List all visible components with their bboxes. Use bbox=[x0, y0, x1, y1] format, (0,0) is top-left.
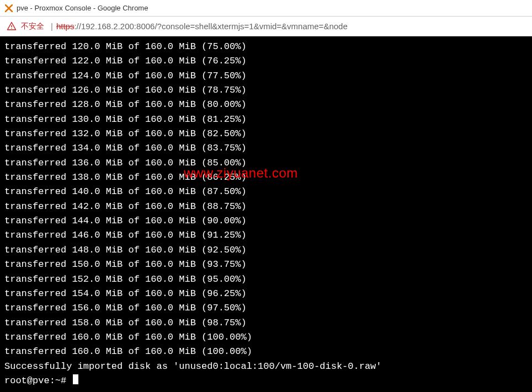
terminal-line: transferred 138.0 MiB of 160.0 MiB (86.2… bbox=[4, 170, 528, 185]
terminal-line: transferred 122.0 MiB of 160.0 MiB (76.2… bbox=[4, 54, 528, 68]
terminal-cursor bbox=[73, 374, 78, 384]
window-title-bar: pve - Proxmox Console - Google Chrome bbox=[0, 0, 532, 17]
terminal-line: transferred 160.0 MiB of 160.0 MiB (100.… bbox=[4, 345, 528, 359]
app-x-icon bbox=[4, 4, 13, 13]
terminal-line: transferred 140.0 MiB of 160.0 MiB (87.5… bbox=[4, 185, 528, 199]
terminal-line: transferred 156.0 MiB of 160.0 MiB (97.5… bbox=[4, 301, 528, 315]
terminal-line: transferred 132.0 MiB of 160.0 MiB (82.5… bbox=[4, 127, 528, 141]
terminal-line: transferred 142.0 MiB of 160.0 MiB (88.7… bbox=[4, 200, 528, 214]
address-divider: | bbox=[51, 22, 53, 31]
terminal-line: transferred 160.0 MiB of 160.0 MiB (100.… bbox=[4, 330, 528, 345]
terminal-output[interactable]: transferred 120.0 MiB of 160.0 MiB (75.0… bbox=[0, 36, 532, 392]
prompt-path: ~ bbox=[55, 375, 61, 386]
terminal-line: transferred 126.0 MiB of 160.0 MiB (78.7… bbox=[4, 83, 528, 98]
terminal-line: transferred 136.0 MiB of 160.0 MiB (85.0… bbox=[4, 156, 528, 170]
address-bar[interactable]: 不安全 | https://192.168.2.200:8006/?consol… bbox=[0, 17, 532, 36]
terminal-line: transferred 128.0 MiB of 160.0 MiB (80.0… bbox=[4, 98, 528, 112]
terminal-line: transferred 154.0 MiB of 160.0 MiB (96.2… bbox=[4, 287, 528, 301]
warning-icon bbox=[7, 22, 17, 31]
terminal-line: transferred 150.0 MiB of 160.0 MiB (93.7… bbox=[4, 257, 528, 272]
terminal-line: transferred 146.0 MiB of 160.0 MiB (91.2… bbox=[4, 228, 528, 243]
url-protocol: https bbox=[56, 22, 75, 31]
terminal-line: transferred 120.0 MiB of 160.0 MiB (75.0… bbox=[4, 40, 528, 54]
terminal-line: transferred 158.0 MiB of 160.0 MiB (98.7… bbox=[4, 316, 528, 330]
terminal-line: transferred 152.0 MiB of 160.0 MiB (95.0… bbox=[4, 272, 528, 287]
terminal-line: transferred 148.0 MiB of 160.0 MiB (92.5… bbox=[4, 243, 528, 257]
terminal-line: transferred 124.0 MiB of 160.0 MiB (77.5… bbox=[4, 69, 528, 83]
terminal-success-line: Successfully imported disk as 'unused0:l… bbox=[4, 359, 528, 374]
svg-point-1 bbox=[11, 28, 12, 29]
url-rest: ://192.168.2.200:8006/?console=shell&xte… bbox=[74, 22, 347, 31]
terminal-line: transferred 130.0 MiB of 160.0 MiB (81.2… bbox=[4, 112, 528, 127]
window-title: pve - Proxmox Console - Google Chrome bbox=[17, 4, 148, 12]
url-display[interactable]: https://192.168.2.200:8006/?console=shel… bbox=[56, 22, 348, 31]
terminal-line: transferred 134.0 MiB of 160.0 MiB (83.7… bbox=[4, 141, 528, 155]
terminal-line: transferred 144.0 MiB of 160.0 MiB (90.0… bbox=[4, 214, 528, 228]
terminal-prompt[interactable]: root@pve:~# bbox=[4, 374, 528, 388]
prompt-user: root@pve bbox=[4, 375, 50, 386]
not-secure-label: 不安全 bbox=[21, 22, 44, 31]
